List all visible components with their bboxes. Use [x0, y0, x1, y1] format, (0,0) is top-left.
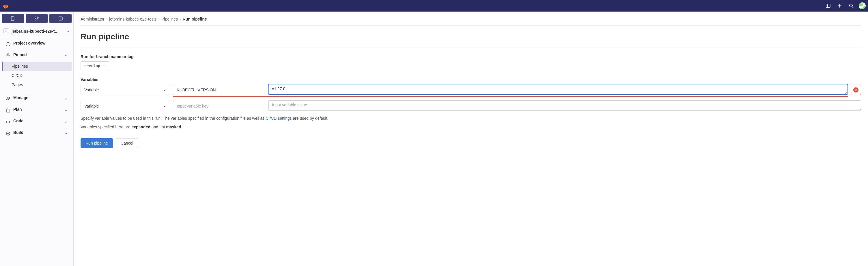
remove-variable-button[interactable]: ✕ — [851, 85, 861, 95]
project-badge: J — [3, 28, 9, 34]
separator — [3, 91, 70, 91]
help-text-bold: masked. — [166, 125, 182, 129]
close-icon: ✕ — [853, 87, 859, 92]
svg-point-10 — [7, 98, 8, 99]
nav-label: Plan — [13, 107, 61, 112]
svg-line-5 — [852, 7, 853, 8]
sidebar-item-plan[interactable]: Plan — [2, 105, 72, 116]
help-text-part: and not — [150, 125, 166, 129]
variable-key-input[interactable] — [173, 101, 266, 111]
nav-label: Code — [13, 118, 61, 123]
nav-label: Build — [13, 130, 61, 135]
branch-select[interactable]: develop — [81, 61, 109, 70]
svg-point-11 — [9, 98, 10, 99]
branch-label: Run for branch name or tag — [81, 54, 861, 59]
users-icon — [6, 97, 10, 101]
user-avatar[interactable] — [859, 2, 866, 9]
breadcrumb-separator: › — [106, 17, 107, 21]
gitlab-logo[interactable] — [2, 2, 9, 9]
svg-point-4 — [849, 4, 852, 7]
help-text-part: Specify variable values to be used in th… — [81, 116, 266, 121]
project-selector[interactable]: J jetbrains-kubectl-e2e-t… — [0, 25, 73, 37]
variable-type-select[interactable]: Variable — [81, 101, 170, 111]
plus-icon[interactable] — [836, 2, 844, 10]
main-content: Administrator › jetbrains-kubectl-e2e-te… — [74, 11, 868, 266]
breadcrumb-item[interactable]: Administrator — [81, 17, 104, 21]
chevron-down-icon — [64, 120, 68, 124]
svg-rect-12 — [6, 109, 10, 112]
project-name: jetbrains-kubectl-e2e-t… — [11, 29, 64, 33]
search-icon[interactable] — [847, 2, 855, 10]
help-text-bold: expanded — [131, 125, 150, 129]
pin-icon — [6, 53, 10, 58]
sidebar-item-pipelines[interactable]: Pipelines — [2, 61, 72, 71]
run-pipeline-button[interactable]: Run pipeline — [81, 138, 113, 148]
chevron-down-icon — [64, 132, 68, 135]
select-value: Variable — [84, 88, 99, 92]
svg-point-8 — [37, 17, 38, 18]
svg-rect-0 — [826, 4, 830, 7]
breadcrumb-separator: › — [180, 17, 181, 21]
breadcrumb-separator: › — [158, 17, 160, 21]
variable-row: Variable — [81, 100, 861, 112]
variables-label: Variables — [81, 77, 861, 82]
sidebar-action-row — [0, 11, 73, 25]
highlight-underline — [173, 96, 848, 97]
cicd-settings-link[interactable]: CI/CD settings — [266, 116, 292, 121]
breadcrumb: Administrator › jetbrains-kubectl-e2e-te… — [81, 15, 861, 26]
help-text: Variables specified here are expanded an… — [81, 124, 861, 131]
top-navbar — [0, 0, 868, 11]
variable-value-input[interactable]: v1.27.0 — [268, 84, 848, 95]
build-icon — [6, 131, 10, 136]
svg-point-16 — [6, 132, 10, 135]
variable-value-input[interactable] — [268, 100, 861, 111]
chevron-up-icon — [64, 54, 68, 57]
chevron-down-icon — [163, 88, 166, 92]
variable-type-select[interactable]: Variable — [81, 85, 170, 95]
sidebar-item-build[interactable]: Build — [2, 128, 72, 139]
action-todo-icon[interactable] — [50, 14, 72, 23]
help-text-part: are used by default. — [292, 116, 328, 121]
calendar-icon — [6, 108, 10, 113]
nav-label: Manage — [13, 96, 61, 100]
chevron-down-icon — [163, 104, 166, 108]
branch-value: develop — [84, 63, 100, 68]
page-title: Run pipeline — [81, 32, 861, 41]
breadcrumb-item[interactable]: jetbrains-kubectl-e2e-tests — [109, 17, 156, 21]
action-merge-icon[interactable] — [26, 14, 48, 23]
sidebar-toggle-icon[interactable] — [824, 2, 832, 10]
sidebar-item-project-overview[interactable]: Project overview — [2, 38, 72, 50]
sidebar-item-cicd[interactable]: CI/CD — [2, 71, 72, 80]
breadcrumb-item[interactable]: Pipelines — [161, 17, 178, 21]
cancel-button[interactable]: Cancel — [116, 138, 138, 148]
help-text: Specify variable values to be used in th… — [81, 115, 861, 122]
nav-label: Pinned — [13, 52, 61, 57]
code-icon — [6, 120, 10, 124]
overview-icon — [6, 42, 10, 47]
sidebar-item-code[interactable]: Code — [2, 116, 72, 128]
button-row: Run pipeline Cancel — [81, 138, 861, 148]
variable-key-input[interactable] — [173, 85, 266, 95]
svg-point-17 — [7, 133, 9, 134]
sidebar-section-pinned[interactable]: Pinned — [2, 50, 72, 61]
help-text-part: Variables specified here are — [81, 125, 131, 129]
chevron-down-icon — [102, 64, 105, 68]
sidebar-item-pages[interactable]: Pages — [2, 80, 72, 89]
variable-row: Variable v1.27.0 ✕ — [81, 84, 861, 96]
chevron-down-icon — [64, 97, 68, 101]
chevron-down-icon — [64, 109, 68, 112]
select-value: Variable — [84, 104, 99, 108]
sidebar: J jetbrains-kubectl-e2e-t… Project overv… — [0, 11, 74, 266]
breadcrumb-item-current: Run pipeline — [183, 17, 207, 21]
chevron-down-icon — [66, 29, 70, 33]
sidebar-item-manage[interactable]: Manage — [2, 93, 72, 105]
svg-point-6 — [35, 17, 36, 18]
action-file-icon[interactable] — [2, 14, 24, 23]
nav-label: Project overview — [13, 41, 68, 45]
